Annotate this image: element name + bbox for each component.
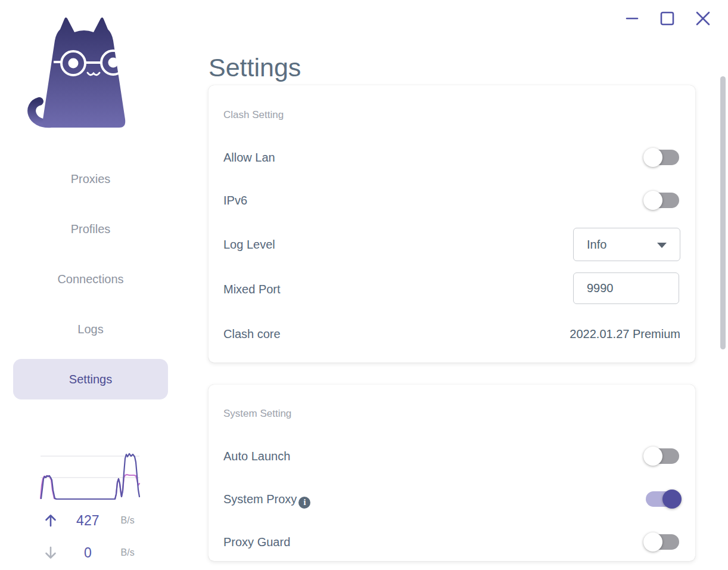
system-proxy-toggle[interactable] (646, 491, 679, 507)
download-arrow-icon (43, 545, 58, 560)
toggle-knob (643, 447, 662, 466)
cat-eye-right (108, 58, 119, 68)
sidebar-item-logs[interactable]: Logs (13, 309, 168, 349)
system-proxy-label-text: System Proxy (223, 492, 297, 506)
log-level-value: Info (587, 228, 606, 261)
sidebar-item-proxies[interactable]: Proxies (13, 159, 168, 199)
auto-launch-toggle[interactable] (646, 448, 679, 464)
maximize-button[interactable] (658, 10, 676, 27)
toggle-knob (643, 148, 662, 167)
log-level-select[interactable]: Info (573, 228, 680, 261)
proxy-guard-label: Proxy Guard (223, 534, 290, 550)
info-icon[interactable]: i (298, 497, 310, 509)
toggle-knob (643, 532, 662, 552)
clash-cat-logo (27, 16, 141, 130)
toggle-knob (662, 490, 682, 509)
sidebar-item-profiles[interactable]: Profiles (13, 209, 168, 249)
upload-speed: 427 (58, 513, 117, 529)
page-title: Settings (209, 53, 301, 82)
download-speed: 0 (58, 545, 117, 561)
sidebar-item-settings[interactable]: Settings (13, 359, 168, 399)
download-stat-row: 0 B/s (39, 544, 147, 562)
mixed-port-input[interactable] (573, 272, 679, 304)
upload-unit: B/s (121, 515, 147, 526)
system-setting-card: System Setting Auto Launch System Proxyi… (209, 385, 695, 561)
close-button[interactable] (694, 10, 712, 27)
ipv6-label: IPv6 (223, 193, 247, 208)
cat-body (43, 17, 126, 128)
allow-lan-toggle[interactable] (646, 150, 679, 165)
card-section-title: Clash Setting (223, 109, 284, 121)
traffic-graph (39, 450, 141, 500)
maximize-icon (661, 13, 673, 24)
upload-stat-row: 427 B/s (39, 512, 147, 529)
cat-eye-left (69, 58, 79, 69)
proxy-guard-toggle[interactable] (646, 534, 679, 550)
ipv6-toggle[interactable] (646, 193, 679, 208)
clash-setting-card: Clash Setting Allow Lan IPv6 Log Level I… (209, 85, 695, 363)
download-unit: B/s (121, 547, 147, 558)
toggle-knob (643, 191, 662, 210)
system-proxy-label: System Proxyi (223, 491, 310, 507)
card-section-title: System Setting (223, 408, 291, 420)
allow-lan-label: Allow Lan (223, 150, 275, 165)
clash-core-label: Clash core (223, 326, 281, 342)
close-icon (697, 13, 709, 24)
app-window: Proxies Profiles Connections Logs Settin… (0, 0, 728, 570)
scrollbar-thumb[interactable] (720, 76, 726, 349)
auto-launch-label: Auto Launch (223, 448, 290, 464)
minimize-button[interactable] (623, 10, 641, 27)
clash-core-value: 2022.01.27 Premium (570, 326, 680, 342)
mixed-port-label: Mixed Port (223, 281, 281, 297)
log-level-label: Log Level (223, 237, 275, 252)
sidebar-item-connections[interactable]: Connections (13, 259, 168, 299)
upload-arrow-icon (43, 513, 58, 528)
chevron-down-icon (657, 243, 667, 248)
